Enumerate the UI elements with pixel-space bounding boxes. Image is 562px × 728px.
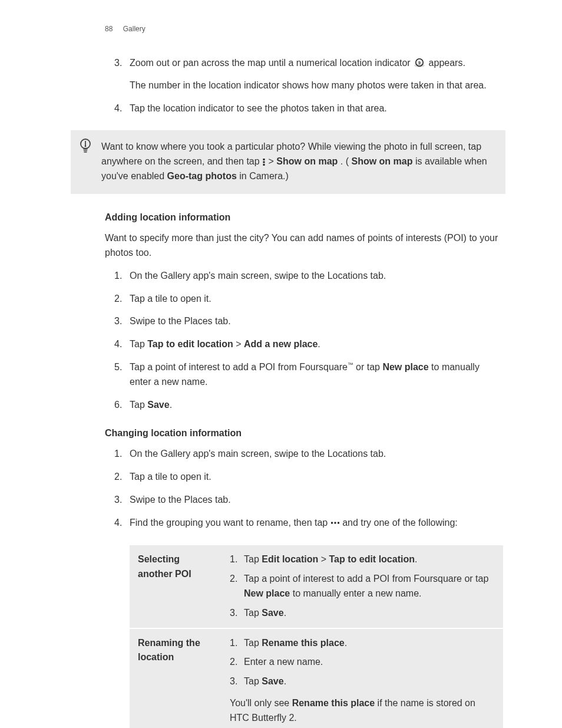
changing-steps-list: 1.On the Gallery app's main screen, swip…: [105, 447, 503, 530]
row-label: Selecting another POI: [130, 545, 222, 628]
lightbulb-icon: [79, 137, 92, 154]
heading-adding-location: Adding location information: [105, 210, 503, 225]
table-row: Selecting another POI 1. Tap Edit locati…: [130, 545, 503, 628]
change-options-table: Selecting another POI 1. Tap Edit locati…: [130, 544, 503, 728]
svg-point-5: [85, 146, 87, 147]
page-header: 88 Gallery: [105, 24, 503, 35]
step-4: 4. Tap the location indicator to see the…: [105, 101, 503, 116]
step-text: Zoom out or pan across the map until a n…: [130, 58, 465, 68]
rename-note: You'll only see Rename this place if the…: [230, 696, 495, 726]
step-6: 6. Tap Save.: [105, 398, 503, 413]
row-label: Renaming the location: [130, 628, 222, 728]
tip-callout: Want to know where you took a particular…: [71, 130, 505, 194]
step-1: 1.On the Gallery app's main screen, swip…: [105, 447, 503, 462]
svg-rect-6: [263, 159, 265, 160]
step-3-sub: The number in the location indicator sho…: [130, 78, 503, 93]
step-1: 1.On the Gallery app's main screen, swip…: [105, 269, 503, 284]
page-number: 88: [105, 24, 113, 35]
table-row: Renaming the location 1. Tap Rename this…: [130, 628, 503, 728]
svg-rect-9: [331, 522, 333, 524]
svg-rect-10: [334, 522, 336, 524]
top-steps-list: 3. Zoom out or pan across the map until …: [105, 56, 503, 116]
step-2: 2.Tap a tile to open it.: [105, 292, 503, 307]
adding-intro: Want to specify more than just the city?…: [105, 231, 503, 261]
step-text: Tap the location indicator to see the ph…: [130, 103, 387, 113]
manual-page: 88 Gallery 3. Zoom out or pan across the…: [0, 0, 562, 728]
step-3: 3. Zoom out or pan across the map until …: [105, 56, 503, 94]
more-horizontal-icon: [330, 521, 340, 525]
step-2: 2.Tap a tile to open it.: [105, 470, 503, 485]
step-3: 3.Swipe to the Places tab.: [105, 314, 503, 329]
step-number: 3.: [114, 56, 122, 71]
section-title: Gallery: [123, 25, 146, 33]
step-3: 3.Swipe to the Places tab.: [105, 493, 503, 508]
svg-rect-11: [338, 522, 339, 524]
step-4: 4. Find the grouping you want to rename,…: [105, 516, 503, 531]
svg-text:9: 9: [418, 61, 421, 65]
row-content: 1. Tap Edit location > Tap to edit locat…: [222, 545, 503, 628]
step-5: 5. Tap a point of interest to add a POI …: [105, 360, 503, 390]
row-content: 1. Tap Rename this place. 2.Enter a new …: [222, 628, 503, 728]
heading-changing-location: Changing location information: [105, 426, 503, 441]
location-indicator-icon: 9: [413, 58, 426, 68]
step-number: 4.: [114, 101, 122, 116]
menu-vertical-icon: [262, 158, 266, 166]
tip-text: Want to know where you took a particular…: [101, 141, 487, 181]
adding-steps-list: 1.On the Gallery app's main screen, swip…: [105, 269, 503, 413]
svg-rect-7: [263, 161, 265, 163]
step-4: 4. Tap Tap to edit location > Add a new …: [105, 337, 503, 352]
svg-rect-8: [263, 164, 265, 166]
